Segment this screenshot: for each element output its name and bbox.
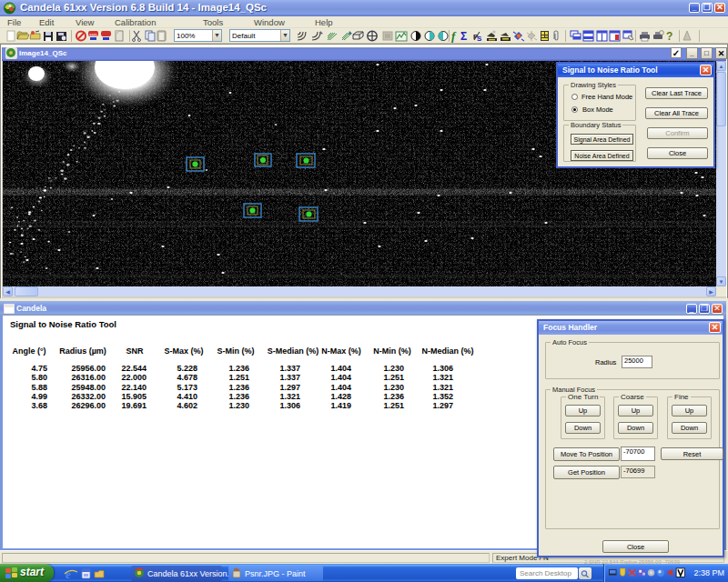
svg-text:e: e <box>66 568 71 579</box>
svg-text:S: S <box>477 35 482 43</box>
svg-text:SMS: SMS <box>89 33 97 37</box>
svg-text:?: ? <box>666 30 672 43</box>
svg-text:Σ: Σ <box>460 30 467 43</box>
svg-text:f: f <box>451 29 457 43</box>
